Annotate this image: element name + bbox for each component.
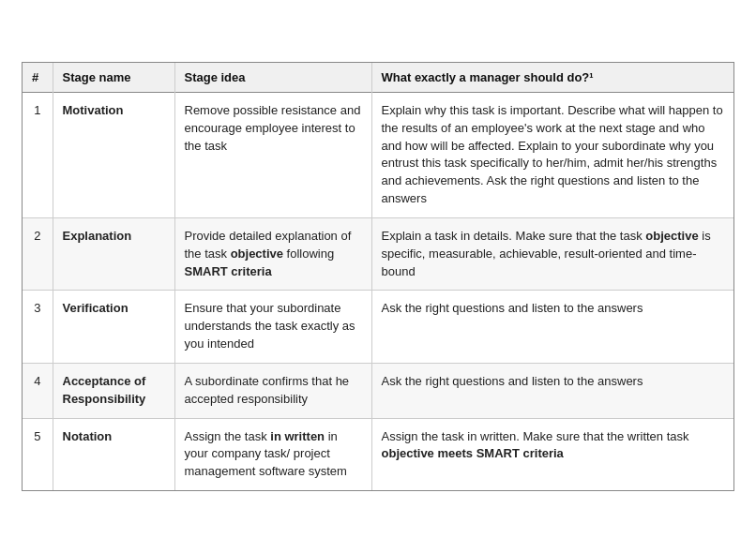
row-idea: Provide detailed explanation of the task… [174, 217, 371, 291]
row-num: 5 [23, 418, 53, 490]
row-num: 2 [23, 217, 53, 291]
table-row: 2ExplanationProvide detailed explanation… [23, 217, 733, 291]
row-num: 4 [23, 363, 53, 418]
table-row: 4Acceptance of ResponsibilityA subordina… [23, 363, 733, 418]
header-idea: Stage idea [174, 63, 371, 93]
row-stage: Acceptance of Responsibility [53, 363, 174, 418]
stages-table: # Stage name Stage idea What exactly a m… [23, 63, 733, 490]
row-stage: Explanation [53, 217, 174, 291]
table-row: 5NotationAssign the task in written in y… [23, 418, 733, 490]
row-what: Ask the right questions and listen to th… [371, 363, 733, 418]
row-idea: Ensure that your subordinate understands… [174, 291, 371, 364]
row-idea: Remove possible resistance and encourage… [174, 92, 371, 217]
row-what: Explain a task in details. Make sure tha… [371, 217, 733, 291]
table-row: 3VerificationEnsure that your subordinat… [23, 291, 733, 364]
row-stage: Notation [53, 418, 174, 490]
row-what: Explain why this task is important. Desc… [371, 92, 733, 217]
header-stage: Stage name [53, 63, 174, 93]
main-table-container: # Stage name Stage idea What exactly a m… [22, 62, 734, 491]
row-num: 3 [23, 291, 53, 364]
row-stage: Verification [53, 291, 174, 364]
row-idea: A subordinate confirms that he accepted … [174, 363, 371, 418]
row-what: Ask the right questions and listen to th… [371, 291, 733, 364]
row-stage: Motivation [53, 92, 174, 217]
header-what: What exactly a manager should do?¹ [371, 63, 733, 93]
row-num: 1 [23, 92, 53, 217]
header-num: # [23, 63, 53, 93]
row-idea: Assign the task in written in your compa… [174, 418, 371, 490]
row-what: Assign the task in written. Make sure th… [371, 418, 733, 490]
table-row: 1MotivationRemove possible resistance an… [23, 92, 733, 217]
